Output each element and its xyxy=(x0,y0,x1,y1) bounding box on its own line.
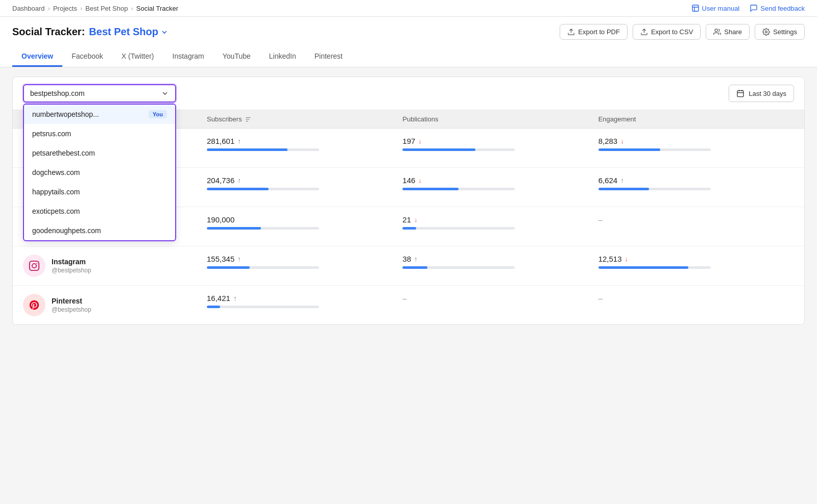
dropdown-option-label-3: dogchews.com xyxy=(32,168,80,177)
breadcrumb-projects[interactable]: Projects xyxy=(53,5,77,12)
subscribers-bar-4 xyxy=(207,306,319,308)
trend-up-icon: ↑ xyxy=(414,255,418,263)
trend-down-icon: ↓ xyxy=(620,137,624,145)
page-header: Social Tracker: Best Pet Shop Export to … xyxy=(0,17,817,67)
svg-rect-5 xyxy=(737,91,743,97)
publications-bar-2 xyxy=(402,227,515,230)
breadcrumb-dashboard[interactable]: Dashboard xyxy=(12,5,45,12)
tab-youtube[interactable]: YouTube xyxy=(213,47,260,67)
subscribers-cell-0: 281,601 ↑ xyxy=(207,137,402,151)
svg-point-4 xyxy=(765,31,767,33)
subscribers-cell-4: 16,421 ↑ xyxy=(207,294,402,308)
subscribers-bar-1 xyxy=(207,188,319,190)
breadcrumb-sep3: › xyxy=(131,5,133,12)
social-info-instagram: Instagram @bestpetshop xyxy=(52,258,91,274)
breadcrumb-sep1: › xyxy=(48,5,50,12)
publications-value-0: 197 ↓ xyxy=(402,137,598,145)
social-cell-pinterest: Pinterest @bestpetshop xyxy=(23,294,207,316)
publications-value-2: 21 ↓ xyxy=(402,215,598,224)
engagement-cell-3: 12,513 ↓ xyxy=(598,255,794,269)
title-prefix: Social Tracker: xyxy=(12,26,85,38)
svg-point-3 xyxy=(715,29,717,32)
tab-twitter[interactable]: X (Twitter) xyxy=(112,47,163,67)
publications-cell-3: 38 ↑ xyxy=(402,255,598,269)
svg-rect-0 xyxy=(692,5,699,11)
you-badge: You xyxy=(149,110,167,118)
dropdown-chevron-icon xyxy=(161,89,169,97)
feedback-icon xyxy=(750,4,758,12)
engagement-value-2: – xyxy=(598,215,794,224)
trend-down-icon: ↓ xyxy=(418,137,422,145)
social-cell-instagram: Instagram @bestpetshop xyxy=(23,255,207,277)
page-title-row: Social Tracker: Best Pet Shop Export to … xyxy=(12,24,805,40)
share-icon xyxy=(713,28,721,36)
publications-cell-1: 146 ↓ xyxy=(402,176,598,190)
dropdown-option-6[interactable]: goodenoughpets.com xyxy=(24,221,175,240)
subscribers-cell-1: 204,736 ↑ xyxy=(207,176,402,190)
date-range-label: Last 30 days xyxy=(749,90,786,97)
subscribers-bar-3 xyxy=(207,266,319,269)
chevron-down-icon xyxy=(160,28,169,36)
social-info-pinterest: Pinterest @bestpetshop xyxy=(52,297,91,313)
export-pdf-button[interactable]: Export to PDF xyxy=(560,24,628,40)
top-bar: Dashboard › Projects › Best Pet Shop › S… xyxy=(0,0,817,17)
col-publications: Publications xyxy=(402,115,598,123)
tab-linkedin[interactable]: LinkedIn xyxy=(260,47,305,67)
dropdown-option-5[interactable]: exoticpets.com xyxy=(24,201,175,221)
breadcrumb-current: Social Tracker xyxy=(136,5,178,12)
dropdown-option-2[interactable]: petsarethebest.com xyxy=(24,143,175,163)
publications-cell-2: 21 ↓ xyxy=(402,215,598,230)
gear-icon xyxy=(762,28,770,36)
dropdown-option-4[interactable]: happytails.com xyxy=(24,182,175,201)
dropdown-option-1[interactable]: petsrus.com xyxy=(24,124,175,143)
subscribers-cell-3: 155,345 ↑ xyxy=(207,255,402,269)
settings-button[interactable]: Settings xyxy=(755,24,805,40)
tab-overview[interactable]: Overview xyxy=(12,47,62,67)
dropdown-option-3[interactable]: dogchews.com xyxy=(24,163,175,182)
trend-up-icon: ↑ xyxy=(620,177,624,184)
main-content: bestpetshop.com numbertwopetshop... You … xyxy=(0,67,817,373)
publications-value-3: 38 ↑ xyxy=(402,255,598,263)
engagement-value-4: – xyxy=(598,294,794,303)
tab-instagram[interactable]: Instagram xyxy=(163,47,213,67)
trend-up-icon: ↑ xyxy=(237,137,241,145)
dropdown-menu: numbertwopetshop... You petsrus.com pets… xyxy=(23,104,176,241)
publications-bar-1 xyxy=(402,188,515,190)
dropdown-wrapper: bestpetshop.com numbertwopetshop... You … xyxy=(23,84,176,103)
tab-pinterest[interactable]: Pinterest xyxy=(305,47,352,67)
breadcrumb-bestpetshop[interactable]: Best Pet Shop xyxy=(85,5,128,12)
engagement-value-3: 12,513 ↓ xyxy=(598,255,794,263)
user-manual-link[interactable]: User manual xyxy=(691,4,740,12)
breadcrumb: Dashboard › Projects › Best Pet Shop › S… xyxy=(12,5,178,12)
subscribers-value-0: 281,601 ↑ xyxy=(207,137,402,145)
send-feedback-link[interactable]: Send feedback xyxy=(750,4,805,12)
subscribers-bar-0 xyxy=(207,148,319,151)
subscribers-bar-2 xyxy=(207,227,319,230)
sort-icon[interactable] xyxy=(245,116,252,123)
dropdown-option-label-6: goodenoughpets.com xyxy=(32,226,101,235)
platform-name: Pinterest xyxy=(52,297,91,305)
share-button[interactable]: Share xyxy=(706,24,750,40)
table-row: Pinterest @bestpetshop 16,421 ↑ – xyxy=(13,286,804,324)
instagram-icon xyxy=(23,255,45,277)
trend-down-icon: ↓ xyxy=(625,255,629,263)
project-name-dropdown[interactable]: Best Pet Shop xyxy=(89,26,169,38)
engagement-cell-4: – xyxy=(598,294,794,303)
dropdown-selected-value: bestpetshop.com xyxy=(30,89,85,97)
publications-value-1: 146 ↓ xyxy=(402,176,598,185)
engagement-bar-0 xyxy=(598,148,711,151)
content-wrapper: bestpetshop.com numbertwopetshop... You … xyxy=(12,77,805,325)
engagement-cell-1: 6,624 ↑ xyxy=(598,176,794,190)
subscribers-value-1: 204,736 ↑ xyxy=(207,176,402,185)
svg-point-15 xyxy=(36,263,37,264)
date-range-button[interactable]: Last 30 days xyxy=(729,85,794,102)
tab-facebook[interactable]: Facebook xyxy=(62,47,112,67)
tabs-row: Overview Facebook X (Twitter) Instagram … xyxy=(12,47,805,67)
dropdown-option-label-5: exoticpets.com xyxy=(32,207,80,215)
subscribers-value-4: 16,421 ↑ xyxy=(207,294,402,303)
competitor-dropdown[interactable]: bestpetshop.com xyxy=(23,84,176,103)
trend-down-icon: ↓ xyxy=(418,177,422,184)
export-csv-button[interactable]: Export to CSV xyxy=(633,24,701,40)
dropdown-option-0[interactable]: numbertwopetshop... You xyxy=(24,105,175,124)
subscribers-cell-2: 190,000 xyxy=(207,215,402,230)
